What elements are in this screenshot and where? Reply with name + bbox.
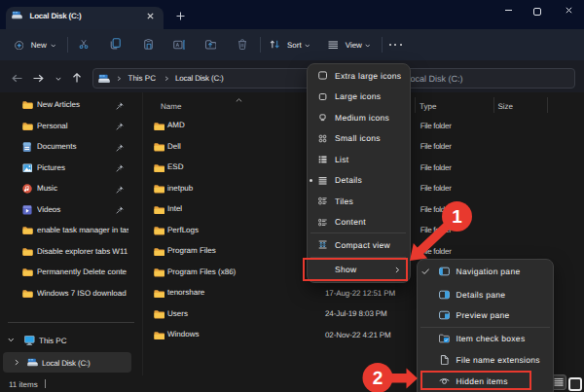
svg-text:2: 2 <box>373 369 383 389</box>
svg-text:1: 1 <box>452 207 462 228</box>
